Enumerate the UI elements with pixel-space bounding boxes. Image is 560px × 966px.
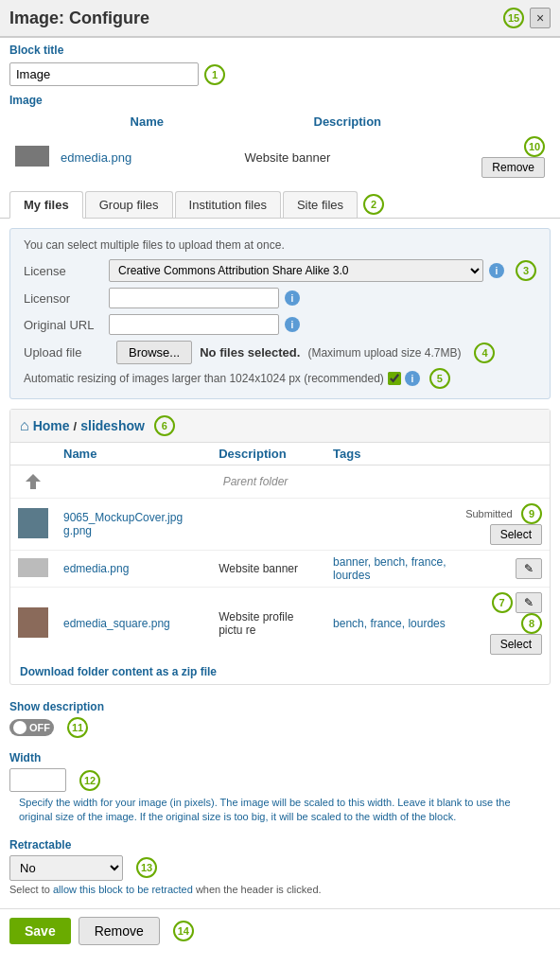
file-thumbnail-square bbox=[18, 607, 48, 638]
step-7-badge: 7 bbox=[492, 592, 513, 613]
resize-text: Automatic resizing of images larger than… bbox=[24, 372, 384, 385]
home-icon: ⌂ bbox=[20, 417, 29, 434]
no-file-text: No files selected. bbox=[200, 345, 300, 360]
image-section: Image Name Description edmedia.png Websi… bbox=[0, 94, 560, 187]
image-table: Name Description edmedia.png Website ban… bbox=[9, 111, 551, 182]
close-button[interactable]: × bbox=[530, 8, 551, 28]
file-tags bbox=[325, 499, 455, 551]
show-description-section: Show description OFF 11 bbox=[0, 694, 560, 751]
step-4-badge: 4 bbox=[474, 342, 495, 363]
image-section-label: Image bbox=[9, 94, 551, 111]
block-title-input[interactable] bbox=[9, 62, 199, 86]
original-url-input[interactable] bbox=[109, 314, 279, 335]
select-button[interactable]: Select bbox=[490, 524, 542, 545]
image-remove-button[interactable]: Remove bbox=[481, 157, 545, 178]
step-13-badge: 13 bbox=[136, 857, 157, 878]
width-hint: Specify the width for your image (in pix… bbox=[9, 792, 551, 833]
licensor-control: i bbox=[109, 288, 536, 308]
resize-checkbox[interactable] bbox=[388, 372, 401, 385]
license-row: License Creative Commons Attribution Sha… bbox=[24, 259, 536, 282]
original-url-info-icon[interactable]: i bbox=[285, 317, 300, 332]
block-title-label: Block title bbox=[0, 38, 560, 59]
table-row: edmedia_square.png Website profile pictu… bbox=[10, 588, 550, 660]
step-11-badge: 11 bbox=[67, 717, 88, 738]
file-name-link[interactable]: edmedia_square.png bbox=[63, 617, 170, 630]
upload-file-label: Upload file bbox=[24, 345, 109, 360]
breadcrumb-home-link[interactable]: Home bbox=[33, 418, 70, 433]
retractable-label: Retractable bbox=[9, 838, 551, 852]
width-section: Width 12 Specify the width for your imag… bbox=[0, 751, 560, 838]
original-url-control: i bbox=[109, 314, 536, 335]
file-description bbox=[211, 499, 325, 551]
tab-group-files[interactable]: Group files bbox=[85, 191, 173, 218]
licensor-label: Licensor bbox=[24, 291, 109, 306]
max-size-text: (Maximum upload size 4.7MB) bbox=[307, 346, 461, 360]
step-5-badge: 5 bbox=[429, 368, 450, 389]
image-thumbnail bbox=[15, 146, 49, 167]
file-col-name: Name bbox=[56, 443, 211, 465]
browse-button[interactable]: Browse... bbox=[116, 341, 192, 364]
retractable-hint: Select to allow this block to be retract… bbox=[9, 881, 551, 903]
license-select[interactable]: Creative Commons Attribution Share Alike… bbox=[109, 259, 483, 282]
retractable-hint-link[interactable]: allow this block to be retracted bbox=[53, 884, 193, 895]
file-col-description: Description bbox=[211, 443, 325, 465]
licensor-row: Licensor i bbox=[24, 288, 536, 308]
step-12-badge: 12 bbox=[79, 770, 100, 791]
licensor-input[interactable] bbox=[109, 288, 279, 308]
block-title-row: 1 bbox=[0, 59, 560, 94]
step-10-badge: 10 bbox=[524, 136, 545, 157]
file-thumbnail bbox=[18, 508, 48, 538]
image-table-row: edmedia.png Website banner 10 Remove bbox=[9, 132, 551, 182]
original-url-label: Original URL bbox=[24, 318, 109, 332]
step-9-badge: 9 bbox=[521, 503, 542, 524]
step-8-badge: 8 bbox=[521, 613, 542, 634]
download-zip-link[interactable]: Download folder content as a zip file bbox=[10, 659, 550, 684]
file-tabs: My files Group files Institution files S… bbox=[0, 191, 560, 219]
dialog-title: Image: Configure bbox=[9, 9, 149, 28]
width-row: 12 bbox=[9, 768, 551, 792]
file-name-link[interactable]: edmedia.png bbox=[63, 562, 129, 575]
save-button[interactable]: Save bbox=[9, 918, 71, 944]
tab-institution-files[interactable]: Institution files bbox=[175, 191, 281, 218]
retractable-select[interactable]: No Yes Automatically bbox=[9, 855, 123, 881]
upload-hint: You can select multiple files to upload … bbox=[24, 238, 536, 252]
retractable-hint-suffix: when the header is clicked. bbox=[196, 884, 322, 895]
file-tags: bench, france, lourdes bbox=[325, 588, 455, 660]
select-button-2[interactable]: Select bbox=[490, 634, 542, 655]
step-2-badge: 2 bbox=[363, 194, 384, 215]
step-15-badge: 15 bbox=[503, 8, 524, 28]
edit-button[interactable]: ✎ bbox=[516, 558, 542, 579]
license-label: License bbox=[24, 264, 109, 278]
action-buttons: Save Remove 14 bbox=[0, 908, 560, 953]
retractable-hint-prefix: Select to bbox=[9, 884, 50, 895]
upload-file-row: Upload file Browse... No files selected.… bbox=[24, 341, 536, 364]
resize-row: Automatic resizing of images larger than… bbox=[24, 368, 536, 389]
license-info-icon[interactable]: i bbox=[489, 263, 504, 278]
file-tags: banner, bench, france, lourdes bbox=[325, 551, 455, 588]
step-3-badge: 3 bbox=[516, 260, 536, 281]
file-description: Website banner bbox=[211, 551, 325, 588]
breadcrumb-current: slideshow bbox=[80, 418, 145, 433]
tab-my-files[interactable]: My files bbox=[9, 191, 83, 219]
dialog-header: Image: Configure 15 × bbox=[0, 0, 560, 38]
toggle-label: OFF bbox=[29, 722, 50, 733]
file-description: Website profile pictu re bbox=[211, 588, 325, 660]
parent-folder-label: Parent folder bbox=[56, 465, 455, 499]
resize-info-icon[interactable]: i bbox=[405, 371, 420, 386]
show-description-toggle[interactable]: OFF bbox=[9, 719, 54, 736]
image-filename[interactable]: edmedia.png bbox=[61, 150, 131, 165]
file-name-link[interactable]: 9065_MockupCover.jpg g.png bbox=[63, 511, 183, 537]
licensor-info-icon[interactable]: i bbox=[285, 290, 300, 306]
tab-site-files[interactable]: Site files bbox=[283, 191, 358, 218]
breadcrumb-separator: / bbox=[74, 419, 78, 433]
table-row: 9065_MockupCover.jpg g.png Submitted 9 S… bbox=[10, 499, 550, 551]
remove-action-button[interactable]: Remove bbox=[79, 917, 160, 945]
parent-folder-icon bbox=[22, 470, 44, 493]
tabs-container: My files Group files Institution files S… bbox=[0, 191, 560, 219]
width-input[interactable] bbox=[9, 768, 66, 792]
col-description: Description bbox=[239, 111, 456, 132]
col-name: Name bbox=[55, 111, 239, 132]
edit-button-2[interactable]: ✎ bbox=[516, 592, 542, 613]
image-description: Website banner bbox=[239, 132, 456, 182]
table-row: edmedia.png Website banner banner, bench… bbox=[10, 551, 550, 588]
